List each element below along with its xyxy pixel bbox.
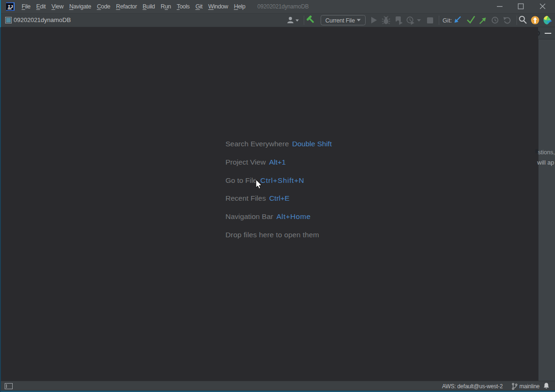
svg-text:IJ: IJ [8, 4, 13, 9]
svg-text:Current File: Current File [325, 17, 355, 24]
svg-text:Git:: Git: [442, 17, 452, 24]
